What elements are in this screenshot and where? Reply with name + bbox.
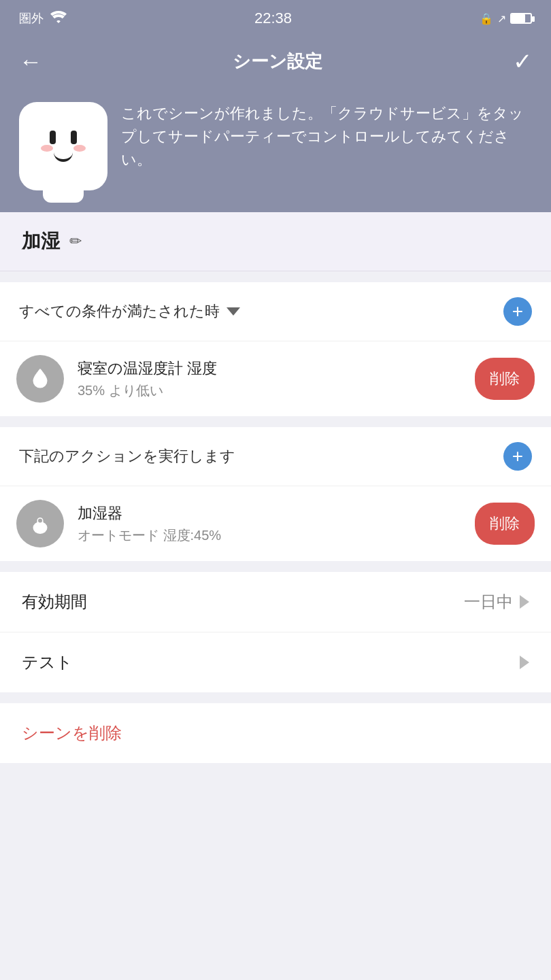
scene-name-text: 加湿	[22, 229, 60, 254]
carrier-text: 圏外	[19, 10, 44, 27]
svg-point-2	[38, 519, 42, 523]
valid-period-chevron	[520, 595, 529, 609]
mascot-eyes	[50, 131, 77, 144]
location-icon: ↗	[497, 12, 506, 25]
scene-name-edit-icon[interactable]: ✏	[69, 233, 82, 250]
nav-bar: ← シーン設定 ✓	[0, 37, 551, 86]
valid-period-value-text: 一日中	[464, 591, 513, 613]
action-item-icon	[16, 500, 64, 547]
test-chevron-area	[520, 656, 529, 669]
mascot-eye-left	[50, 131, 56, 144]
condition-header: すべての条件が満たされた時 +	[0, 282, 551, 341]
action-item-subtitle: オートモード 湿度:45%	[78, 526, 461, 545]
action-delete-button[interactable]: 削除	[475, 503, 535, 545]
valid-period-value: 一日中	[464, 591, 529, 613]
condition-item-title: 寝室の温湿度計 湿度	[78, 358, 461, 379]
mascot-cheek-right	[73, 145, 86, 152]
wifi-icon	[50, 11, 67, 27]
condition-item-info: 寝室の温湿度計 湿度 35% より低い	[78, 358, 461, 400]
action-item-title: 加湿器	[78, 503, 461, 524]
scene-name-card: 加湿 ✏	[0, 212, 551, 271]
mascot-face	[29, 112, 97, 180]
valid-period-row[interactable]: 有効期間 一日中	[0, 572, 551, 632]
back-button[interactable]: ←	[19, 50, 42, 73]
condition-section: すべての条件が満たされた時 + 寝室の温湿度計 湿度 35% より低い 削除	[0, 282, 551, 416]
condition-item-icon	[16, 355, 64, 403]
condition-header-left: すべての条件が満たされた時	[19, 301, 240, 322]
mascot-area: これでシーンが作れました。「クラウドサービス」をタップしてサードパーティーでコン…	[0, 86, 551, 212]
mascot-cheeks	[41, 145, 86, 152]
mascot-mouth	[54, 152, 73, 162]
mascot-image	[19, 102, 107, 190]
action-add-button[interactable]: +	[503, 442, 532, 471]
condition-add-button[interactable]: +	[503, 297, 532, 326]
valid-period-label: 有効期間	[22, 591, 87, 613]
settings-section: 有効期間 一日中 テスト	[0, 572, 551, 692]
status-time: 22:38	[254, 10, 292, 27]
test-row[interactable]: テスト	[0, 632, 551, 692]
water-drop-icon	[28, 367, 52, 391]
status-bar: 圏外 22:38 🔒 ↗	[0, 0, 551, 37]
condition-item-row: 寝室の温湿度計 湿度 35% より低い 削除	[0, 341, 551, 416]
mascot-message: これでシーンが作れました。「クラウドサービス」をタップしてサードパーティーでコン…	[121, 102, 532, 171]
test-chevron	[520, 656, 529, 669]
mascot-eye-right	[71, 131, 77, 144]
action-section: 下記のアクションを実行します + 加湿器 オートモード 湿度:45% 削除	[0, 427, 551, 561]
action-header-text: 下記のアクションを実行します	[19, 446, 235, 467]
humidifier-icon	[28, 511, 52, 536]
condition-dropdown-arrow[interactable]	[227, 307, 240, 316]
action-item-row: 加湿器 オートモード 湿度:45% 削除	[0, 486, 551, 561]
mascot-body	[43, 182, 84, 203]
test-label: テスト	[22, 652, 73, 673]
delete-scene-section: シーンを削除	[0, 703, 551, 763]
condition-item-subtitle: 35% より低い	[78, 382, 461, 400]
nav-title: シーン設定	[233, 50, 322, 73]
mascot-cheek-left	[41, 145, 53, 152]
delete-scene-button[interactable]: シーンを削除	[22, 724, 122, 742]
condition-header-text: すべての条件が満たされた時	[19, 301, 220, 322]
battery-icon	[510, 13, 532, 24]
action-item-info: 加湿器 オートモード 湿度:45%	[78, 503, 461, 545]
action-header: 下記のアクションを実行します +	[0, 427, 551, 486]
condition-delete-button[interactable]: 削除	[475, 358, 535, 400]
lock-icon: 🔒	[480, 12, 493, 25]
confirm-button[interactable]: ✓	[513, 48, 532, 75]
status-left: 圏外	[19, 10, 67, 27]
status-right: 🔒 ↗	[480, 12, 532, 25]
